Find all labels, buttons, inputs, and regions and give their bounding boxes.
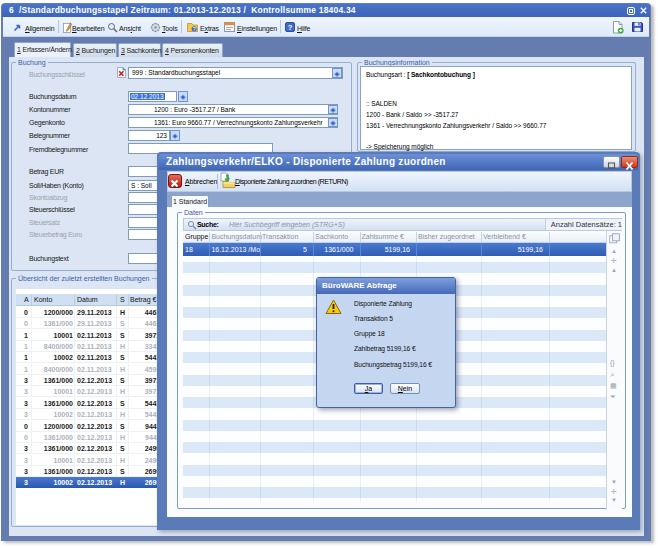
svg-text:?: ?: [288, 23, 293, 32]
svg-text:?: ?: [193, 26, 196, 32]
